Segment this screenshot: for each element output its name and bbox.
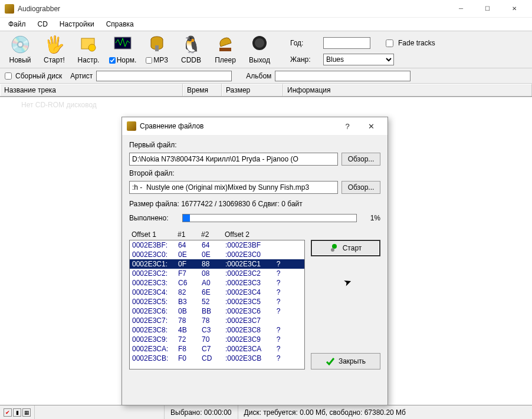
gramophone-icon (215, 34, 236, 55)
status-selected: Выбрано: 00:00:00 (164, 405, 238, 419)
menu-bar: Файл CD Настройки Справка (0, 18, 532, 31)
norm-checkbox[interactable] (109, 57, 116, 64)
album-label: Альбом (246, 72, 271, 80)
filter-row: Сборный диск Артист Альбом (0, 68, 532, 84)
dialog-title: Сравнение файлов (140, 122, 203, 130)
toolbar-exit[interactable]: Выход (244, 34, 275, 64)
dialog-titlebar[interactable]: Сравнение файлов ? ✕ (122, 117, 387, 135)
artist-input[interactable] (96, 71, 232, 81)
dialog-help-button[interactable]: ? (336, 122, 359, 131)
toolbar: 💿 Новый 🖐️ Старт! Настр. Норм. MP3 🐧 CDD… (0, 31, 532, 68)
progress-percent: 1% (363, 214, 380, 222)
genre-select[interactable]: Blues (323, 54, 394, 65)
hex-compare-list[interactable]: 0002E3BF:6464:0002E3BF0002E3C0:0E0E:0002… (129, 240, 305, 369)
hex-row[interactable]: 0002E3C4:826E:0002E3C4? (130, 288, 304, 297)
compilation-checkbox[interactable] (5, 72, 12, 80)
app-icon (5, 4, 14, 14)
toolbar-player-label: Плеер (215, 56, 236, 64)
column-size[interactable]: Размер (222, 84, 283, 96)
file2-input[interactable] (129, 181, 338, 194)
status-icon-1[interactable]: ✔ (4, 408, 12, 417)
hex-row[interactable]: 0002E3CA:F8C7:0002E3CA? (130, 344, 304, 354)
hex-row[interactable]: 0002E3C9:7270:0002E3C9? (130, 335, 304, 344)
menu-cd[interactable]: CD (32, 19, 54, 29)
column-time[interactable]: Время (183, 84, 222, 96)
compare-close-button[interactable]: Закрыть (311, 353, 380, 369)
exit-icon (249, 34, 270, 55)
svg-point-1 (88, 44, 96, 51)
file2-browse-button[interactable]: Обзор... (341, 181, 380, 194)
column-name[interactable]: Название трека (0, 84, 183, 96)
close-button[interactable]: ✕ (501, 0, 527, 18)
progress-bar (182, 214, 357, 222)
hex-row[interactable]: 0002E3C5:B352:0002E3C5? (130, 297, 304, 306)
hex-row[interactable]: 0002E3C8:4BC3:0002E3C8? (130, 325, 304, 335)
gear-icon (78, 34, 99, 55)
hex-header: Offset 1 #1 #2 Offset 2 (129, 229, 305, 240)
file1-browse-button[interactable]: Обзор... (341, 153, 380, 166)
waveform-icon (112, 34, 133, 55)
dialog-app-icon (127, 121, 136, 131)
toolbar-cddb-label: CDDB (181, 56, 201, 64)
column-info[interactable]: Информация (283, 84, 532, 96)
toolbar-cddb[interactable]: 🐧 CDDB (176, 34, 206, 64)
svg-point-7 (255, 38, 264, 48)
fade-checkbox[interactable] (386, 39, 393, 47)
dialog-close-button[interactable]: ✕ (359, 122, 383, 131)
status-icon-2[interactable]: ▮ (13, 408, 21, 417)
toolbar-new-label: Новый (9, 56, 31, 64)
toolbar-settings[interactable]: Настр. (73, 34, 104, 64)
album-input[interactable] (275, 71, 411, 81)
status-icon-3[interactable]: ▦ (22, 408, 31, 417)
file2-label: Второй файл: (129, 169, 380, 177)
status-disk: Диск: требуется: 0.00 Мб, свободно: 6738… (238, 405, 532, 419)
no-cdrom-message: Нет CD-ROM дисковод (4, 98, 528, 111)
menu-help[interactable]: Справка (100, 19, 140, 29)
toolbar-norm[interactable]: Норм. (107, 34, 138, 64)
cd-icon: 💿 (9, 34, 31, 55)
toolbar-mp3[interactable]: MP3 (142, 34, 172, 64)
window-title: Audiograbber (18, 5, 60, 13)
compare-start-button[interactable]: Старт (311, 240, 380, 256)
toolbar-start[interactable]: 🖐️ Старт! (39, 34, 70, 64)
artist-label: Артист (70, 72, 93, 80)
toolbar-player[interactable]: Плеер (210, 34, 241, 64)
track-list-header: Название трека Время Размер Информация (0, 84, 532, 97)
compilation-label: Сборный диск (15, 72, 62, 80)
fade-label: Fade tracks (398, 39, 435, 47)
toolbar-new[interactable]: 💿 Новый (5, 34, 35, 64)
year-input[interactable] (323, 37, 370, 49)
svg-point-9 (331, 248, 334, 252)
hex-row[interactable]: 0002E3C2:F708:0002E3C2? (130, 269, 304, 278)
hex-row[interactable]: 0002E3CB:F0CD:0002E3CB? (130, 354, 304, 363)
hex-row[interactable]: 0002E3C3:C6A0:0002E3C3? (130, 278, 304, 288)
hex-row[interactable]: 0002E3C7:7878:0002E3C7 (130, 316, 304, 325)
menu-file[interactable]: Файл (2, 19, 32, 29)
file1-label: Первый файл: (129, 141, 380, 149)
svg-rect-5 (219, 48, 231, 51)
svg-point-8 (332, 244, 337, 249)
toolbar-exit-label: Выход (249, 56, 270, 64)
window-titlebar: Audiograbber ─ ☐ ✕ (0, 0, 532, 18)
start-icon (330, 243, 339, 253)
penguin-icon: 🐧 (180, 34, 202, 55)
menu-settings[interactable]: Настройки (54, 19, 100, 29)
svg-rect-4 (155, 45, 159, 51)
status-bar: ✔ ▮ ▦ Выбрано: 00:00:00 Диск: требуется:… (0, 405, 532, 419)
hex-row[interactable]: 0002E3BF:6464:0002E3BF (130, 240, 304, 250)
toolbar-settings-label: Настр. (78, 56, 100, 64)
file1-input[interactable] (129, 153, 338, 166)
grab-icon: 🖐️ (44, 34, 65, 55)
progress-label: Выполнено: (129, 214, 176, 222)
toolbar-mp3-label: MP3 (153, 56, 168, 64)
hex-row[interactable]: 0002E3C1:0F88:0002E3C1? (130, 259, 304, 269)
genre-label: Жанр: (290, 55, 318, 64)
minimize-button[interactable]: ─ (448, 0, 474, 18)
toolbar-norm-label: Норм. (117, 56, 137, 64)
toolbar-start-label: Старт! (44, 56, 65, 64)
mp3-checkbox[interactable] (146, 57, 152, 64)
size-info: Размер файла: 16777422 / 13069830 б Сдви… (129, 197, 380, 210)
hex-row[interactable]: 0002E3C0:0E0E:0002E3C0 (130, 250, 304, 259)
hex-row[interactable]: 0002E3C6:0BBB:0002E3C6? (130, 306, 304, 316)
maximize-button[interactable]: ☐ (474, 0, 501, 18)
